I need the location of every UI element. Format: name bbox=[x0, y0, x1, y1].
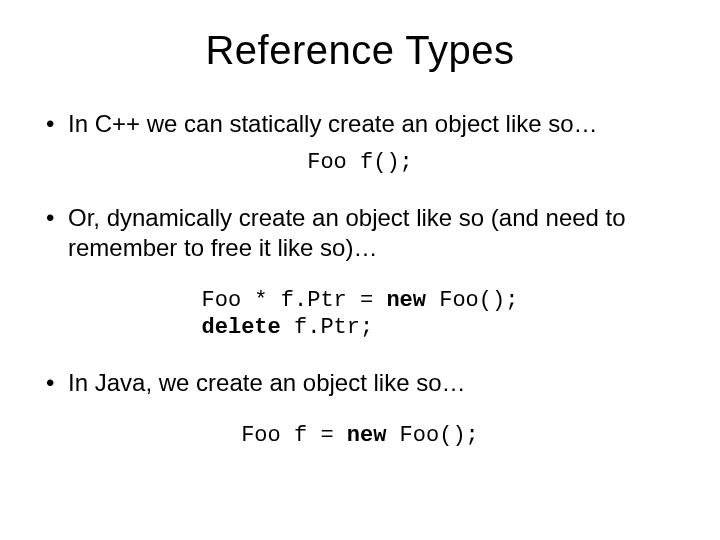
bullet-list: Or, dynamically create an object like so… bbox=[40, 203, 680, 263]
code-text: Foo * f.Ptr = bbox=[202, 288, 387, 313]
bullet-item-3: In Java, we create an object like so… bbox=[40, 368, 680, 398]
bullet-list: In C++ we can statically create an objec… bbox=[40, 109, 680, 139]
code-text: f.Ptr; bbox=[281, 315, 373, 340]
code-text: Foo(); bbox=[426, 288, 518, 313]
code-keyword: new bbox=[347, 423, 387, 448]
code-keyword: new bbox=[386, 288, 426, 313]
code-line: Foo * f.Ptr = new Foo(); bbox=[202, 287, 519, 315]
code-snippet-java: Foo f = new Foo(); bbox=[40, 422, 680, 450]
bullet-list: In Java, we create an object like so… bbox=[40, 368, 680, 398]
code-text: Foo f(); bbox=[307, 150, 413, 175]
code-keyword: delete bbox=[202, 315, 281, 340]
code-snippet-static: Foo f(); bbox=[40, 149, 680, 177]
code-text: Foo f = bbox=[241, 423, 347, 448]
bullet-item-2: Or, dynamically create an object like so… bbox=[40, 203, 680, 263]
slide-title: Reference Types bbox=[40, 28, 680, 73]
code-text: Foo(); bbox=[386, 423, 478, 448]
bullet-item-1: In C++ we can statically create an objec… bbox=[40, 109, 680, 139]
code-snippet-dynamic: Foo * f.Ptr = new Foo(); delete f.Ptr; bbox=[40, 287, 680, 342]
code-line: delete f.Ptr; bbox=[202, 314, 519, 342]
